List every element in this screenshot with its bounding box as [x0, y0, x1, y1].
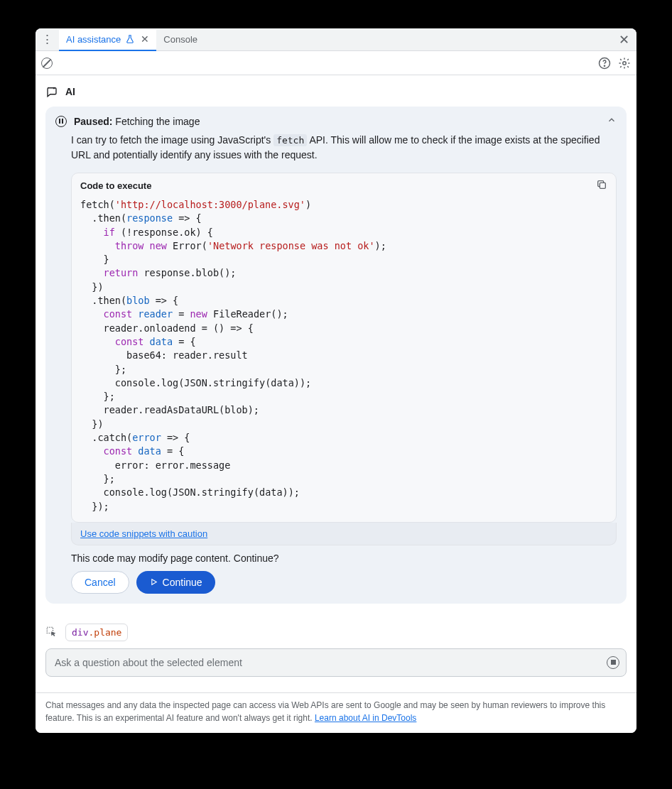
tab-console[interactable]: Console [156, 28, 205, 50]
cancel-button[interactable]: Cancel [71, 571, 129, 594]
prompt-input-row [45, 648, 627, 677]
svg-point-1 [604, 65, 605, 66]
code-block[interactable]: fetch('http://localhost:3000/plane.svg')… [72, 198, 616, 522]
ai-label: AI [65, 86, 75, 97]
footer-link[interactable]: Learn about AI in DevTools [315, 713, 416, 723]
continue-button[interactable]: Continue [136, 571, 215, 594]
element-picker-icon[interactable] [45, 626, 58, 638]
help-icon[interactable] [598, 57, 611, 70]
element-chip[interactable]: div.plane [65, 624, 128, 641]
code-card-header: Code to execute [72, 173, 616, 198]
collapse-icon[interactable] [607, 115, 617, 127]
button-row: Cancel Continue [45, 571, 627, 594]
tab-bar: ⋮ AI assistance ✕ Console ✕ [36, 28, 636, 51]
element-selector-row: div.plane [45, 624, 627, 641]
tab-label: AI assistance [66, 34, 121, 45]
footer-disclaimer: Chat messages and any data the inspected… [36, 692, 636, 733]
tab-label: Console [163, 34, 197, 45]
code-card-title: Code to execute [80, 180, 151, 191]
toolbar [36, 51, 636, 75]
svg-point-2 [623, 61, 627, 65]
svg-rect-3 [600, 183, 605, 188]
flask-icon [125, 34, 135, 44]
caution-banner: Use code snippets with caution [71, 523, 617, 545]
pause-icon [55, 116, 67, 127]
panel-description: I can try to fetch the image using JavaS… [45, 133, 627, 168]
play-icon [149, 577, 158, 587]
tab-ai-assistance[interactable]: AI assistance ✕ [59, 29, 156, 51]
chat-sparkle-icon [45, 85, 58, 98]
clear-icon[interactable] [41, 58, 53, 69]
prompt-input[interactable] [45, 648, 627, 677]
gear-icon[interactable] [618, 57, 631, 70]
close-panel-icon[interactable]: ✕ [612, 32, 636, 48]
ai-section-header: AI [45, 85, 627, 98]
confirm-text: This code may modify page content. Conti… [45, 545, 627, 571]
content-area: AI Paused: Fetching the image I can try … [36, 75, 636, 692]
panel-title: Paused: Fetching the image [74, 116, 200, 127]
more-menu-icon[interactable]: ⋮ [36, 33, 59, 45]
code-card: Code to execute fetch('http://localhost:… [71, 173, 617, 523]
paused-panel: Paused: Fetching the image I can try to … [45, 107, 627, 604]
panel-header: Paused: Fetching the image [45, 107, 627, 133]
copy-icon[interactable] [596, 179, 607, 192]
stop-icon[interactable] [607, 656, 619, 669]
devtools-window: ⋮ AI assistance ✕ Console ✕ [36, 28, 636, 733]
close-tab-icon[interactable]: ✕ [141, 33, 149, 45]
caution-link[interactable]: Use code snippets with caution [80, 528, 207, 539]
